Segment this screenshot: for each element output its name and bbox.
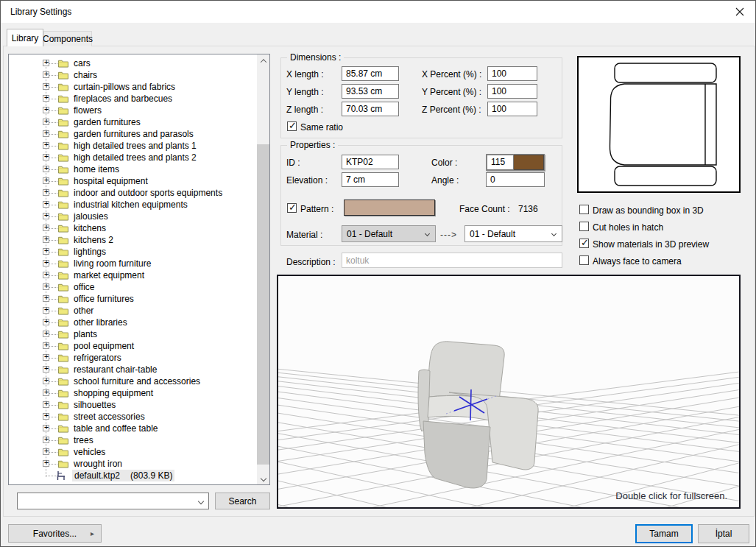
- expand-plus-icon[interactable]: [43, 142, 49, 149]
- material-to-select[interactable]: 01 - Default: [464, 225, 562, 242]
- tree-item[interactable]: kitchens: [9, 222, 257, 234]
- expand-plus-icon[interactable]: [43, 401, 49, 408]
- expand-plus-icon[interactable]: [43, 272, 49, 278]
- description-field[interactable]: [342, 253, 562, 268]
- cancel-button[interactable]: İptal: [698, 524, 749, 543]
- color-swatch[interactable]: [514, 155, 544, 170]
- tree-item[interactable]: refrigerators: [9, 352, 257, 364]
- library-tree[interactable]: carschairscurtain-pillows and fabricsfir…: [8, 54, 270, 485]
- expand-plus-icon[interactable]: [43, 95, 49, 102]
- selected-file[interactable]: default.ktp2(803.9 KB): [72, 470, 174, 481]
- tab-library[interactable]: Library: [7, 29, 43, 46]
- expand-plus-icon[interactable]: [43, 437, 49, 443]
- expand-plus-icon[interactable]: [43, 307, 49, 314]
- tree-item[interactable]: chairs: [9, 69, 257, 81]
- expand-plus-icon[interactable]: [43, 107, 49, 113]
- expand-plus-icon[interactable]: [43, 366, 49, 373]
- expand-plus-icon[interactable]: [43, 319, 49, 325]
- tree-item[interactable]: garden furnitures: [9, 116, 257, 128]
- angle-field[interactable]: [486, 172, 545, 187]
- tree-item[interactable]: silhouettes: [9, 399, 257, 411]
- expand-plus-icon[interactable]: [43, 378, 49, 384]
- expand-plus-icon[interactable]: [43, 130, 49, 137]
- tree-item[interactable]: jalousies: [9, 211, 257, 222]
- expand-plus-icon[interactable]: [43, 460, 49, 467]
- close-icon[interactable]: [724, 1, 755, 23]
- tree-item[interactable]: curtain-pillows and fabrics: [9, 81, 257, 93]
- expand-plus-icon[interactable]: [43, 225, 49, 231]
- tree-item[interactable]: pool equipment: [9, 340, 257, 352]
- y-length-field[interactable]: [342, 84, 399, 99]
- tree-item[interactable]: school furniture and accessories: [9, 375, 257, 387]
- same-ratio-checkbox[interactable]: [287, 121, 297, 131]
- tab-components[interactable]: Components: [43, 31, 92, 46]
- ok-button[interactable]: Tamam: [635, 524, 693, 543]
- option-checkbox[interactable]: [579, 255, 589, 265]
- material-from-select[interactable]: 01 - Default: [342, 225, 436, 242]
- tree-scrollbar[interactable]: [257, 54, 269, 484]
- tree-item[interactable]: indoor and outdoor sports equipments: [9, 187, 257, 199]
- tree-item[interactable]: high detailed trees and plants 2: [9, 152, 257, 163]
- pattern-swatch[interactable]: [344, 200, 435, 216]
- tree-item[interactable]: high detailed trees and plants 1: [9, 140, 257, 152]
- color-number[interactable]: 115: [487, 155, 514, 170]
- tree-item-file[interactable]: default.ktp2(803.9 KB): [9, 470, 257, 481]
- tree-item[interactable]: cars: [9, 57, 257, 69]
- tree-item[interactable]: table and coffee table: [9, 423, 257, 434]
- tree-item[interactable]: home items: [9, 163, 257, 175]
- tree-item[interactable]: lightings: [9, 246, 257, 258]
- option-checkbox[interactable]: [579, 222, 589, 231]
- id-field[interactable]: [342, 155, 399, 169]
- tree-item[interactable]: other: [9, 305, 257, 317]
- scroll-down-icon[interactable]: [257, 472, 269, 484]
- expand-plus-icon[interactable]: [43, 154, 49, 160]
- expand-plus-icon[interactable]: [43, 189, 49, 196]
- scrollbar-thumb[interactable]: [257, 144, 269, 465]
- scroll-up-icon[interactable]: [257, 54, 269, 67]
- expand-plus-icon[interactable]: [43, 448, 49, 455]
- expand-plus-icon[interactable]: [43, 60, 49, 66]
- tree-item[interactable]: trees: [9, 434, 257, 446]
- favorites-button[interactable]: Favorites... ▸: [8, 524, 102, 543]
- option-checkbox[interactable]: [579, 205, 589, 214]
- tree-item[interactable]: wrought iron: [9, 458, 257, 470]
- expand-plus-icon[interactable]: [43, 342, 49, 349]
- tree-item[interactable]: kitchens 2: [9, 234, 257, 246]
- chevron-down-icon[interactable]: [198, 498, 204, 504]
- expand-plus-icon[interactable]: [43, 201, 49, 208]
- color-control[interactable]: 115: [486, 154, 545, 171]
- expand-plus-icon[interactable]: [43, 283, 49, 290]
- expand-plus-icon[interactable]: [43, 425, 49, 431]
- tree-item[interactable]: street accessories: [9, 411, 257, 423]
- z-percent-field[interactable]: [487, 102, 537, 116]
- tree-item[interactable]: flowers: [9, 105, 257, 116]
- expand-plus-icon[interactable]: [43, 83, 49, 90]
- expand-plus-icon[interactable]: [43, 166, 49, 172]
- tree-item[interactable]: restaurant chair-table: [9, 364, 257, 375]
- tree-item[interactable]: vehicles: [9, 446, 257, 458]
- elevation-field[interactable]: [342, 172, 399, 187]
- expand-plus-icon[interactable]: [43, 177, 49, 184]
- y-percent-field[interactable]: [487, 84, 537, 99]
- search-input[interactable]: [19, 494, 188, 508]
- expand-plus-icon[interactable]: [43, 119, 49, 125]
- expand-plus-icon[interactable]: [43, 260, 49, 267]
- expand-plus-icon[interactable]: [43, 248, 49, 255]
- option-checkbox[interactable]: [579, 239, 589, 248]
- expand-plus-icon[interactable]: [43, 389, 49, 396]
- tree-item[interactable]: market equipment: [9, 269, 257, 281]
- tree-item[interactable]: other libraries: [9, 317, 257, 328]
- tree-item[interactable]: fireplaces and barbecues: [9, 93, 257, 105]
- expand-plus-icon[interactable]: [43, 413, 49, 420]
- x-length-field[interactable]: [342, 66, 399, 81]
- expand-plus-icon[interactable]: [43, 236, 49, 243]
- expand-plus-icon[interactable]: [43, 71, 49, 78]
- tree-item[interactable]: living room furniture: [9, 258, 257, 269]
- tree-item[interactable]: office: [9, 281, 257, 293]
- tree-item[interactable]: plants: [9, 328, 257, 340]
- search-combo[interactable]: [17, 493, 209, 509]
- tree-item[interactable]: garden furnitures and parasols: [9, 128, 257, 140]
- tree-item[interactable]: shopping equipment: [9, 387, 257, 399]
- expand-plus-icon[interactable]: [43, 295, 49, 302]
- expand-plus-icon[interactable]: [43, 213, 49, 219]
